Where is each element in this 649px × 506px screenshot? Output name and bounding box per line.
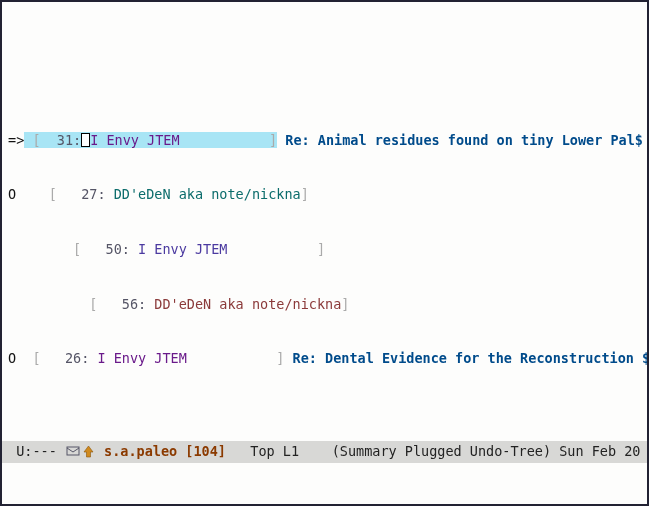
modeline-status: U:--- xyxy=(8,443,65,459)
row-from: I Envy JTEM xyxy=(89,350,276,366)
bracket-open: [ xyxy=(24,350,40,366)
bracket-open: [ xyxy=(24,296,97,312)
row-index: 50: xyxy=(81,241,130,257)
bracket-open: [ xyxy=(24,241,81,257)
bracket-close: ] xyxy=(301,186,309,202)
summary-row[interactable]: [ 50: I Envy JTEM ] xyxy=(8,240,641,258)
row-marker: O xyxy=(8,350,16,366)
bracket-close: ] xyxy=(341,296,349,312)
bracket-open: [ xyxy=(24,186,57,202)
summary-row[interactable]: => [ 31:I Envy JTEM ] Re: Animal residue… xyxy=(8,131,641,149)
row-index: 27: xyxy=(57,186,106,202)
row-index: 26: xyxy=(41,350,90,366)
row-from: I Envy JTEM xyxy=(130,241,317,257)
message-icon xyxy=(66,444,80,462)
modeline-summary: U:--- s.a.paleo [104] Top L1 (Summary Pl… xyxy=(2,441,647,463)
row-marker: O xyxy=(8,186,16,202)
row-index: 31: xyxy=(57,132,81,148)
summary-pane[interactable]: => [ 31:I Envy JTEM ] Re: Animal residue… xyxy=(2,93,647,387)
row-from: DD'eDeN aka note/nickna xyxy=(146,296,341,312)
bracket-open: [ xyxy=(32,132,40,148)
text-cursor xyxy=(81,133,90,147)
row-subject: Re: Animal residues found on tiny Lower … xyxy=(285,132,643,148)
modeline-position: Top L1 xyxy=(226,443,332,459)
row-from: I Envy JTEM xyxy=(90,132,179,148)
bracket-close: ] xyxy=(276,350,284,366)
modeline-buffer: s.a.paleo [104] xyxy=(104,443,226,459)
summary-row[interactable]: [ 56: DD'eDeN aka note/nickna] xyxy=(8,295,641,313)
bracket-close: ] xyxy=(317,241,325,257)
row-index: 56: xyxy=(97,296,146,312)
row-marker xyxy=(8,241,16,257)
row-from: DD'eDeN aka note/nickna xyxy=(106,186,301,202)
up-arrow-icon xyxy=(83,444,94,462)
summary-row[interactable]: O [ 27: DD'eDeN aka note/nickna] xyxy=(8,185,641,203)
svg-rect-0 xyxy=(67,447,79,455)
modeline-time: Sun Feb 20 xyxy=(551,443,640,459)
row-marker xyxy=(8,296,16,312)
row-subject: Re: Dental Evidence for the Reconstructi… xyxy=(293,350,649,366)
bracket-close: ] xyxy=(269,132,277,148)
summary-row[interactable]: O [ 26: I Envy JTEM ] Re: Dental Evidenc… xyxy=(8,349,641,367)
row-marker: => xyxy=(8,132,24,148)
modeline-modes: (Summary Plugged Undo-Tree) xyxy=(332,443,551,459)
